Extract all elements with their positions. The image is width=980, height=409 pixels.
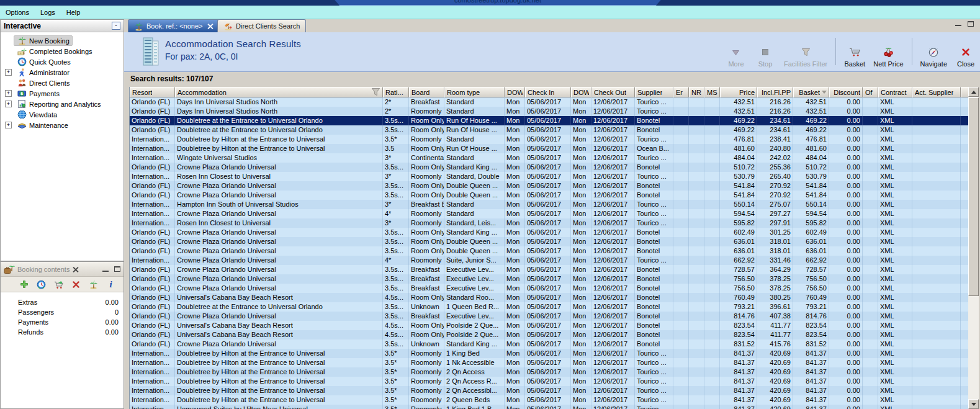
tab-direct-clients-search[interactable]: Direct Clients Search (217, 19, 306, 32)
menu-logs[interactable]: Logs (35, 7, 61, 18)
cell-dow_out: Mon (571, 265, 591, 274)
table-row[interactable]: Orlando (FL)Universal's Cabana Bay Beach… (130, 330, 969, 339)
column-header-supplier[interactable]: Supplier (635, 87, 673, 97)
table-row[interactable]: Orlando (FL)Crowne Plaza Orlando Univers… (130, 163, 969, 172)
table-row[interactable]: Orlando (FL)Crowne Plaza Orlando Univers… (130, 237, 969, 246)
table-row[interactable]: Orlando (FL)Crowne Plaza Orlando Univers… (130, 181, 969, 191)
cell-dow_in: Mon (505, 191, 525, 200)
minimize-panel-icon[interactable] (102, 267, 109, 272)
column-header-board[interactable]: Board (409, 87, 444, 97)
restore-panel-icon[interactable] (114, 266, 120, 272)
column-header-room_type[interactable]: Room type (444, 87, 505, 97)
table-row[interactable]: Orlando (FL)Doubletree at the Entrance t… (130, 302, 969, 312)
column-header-check_out[interactable]: Check Out (591, 87, 635, 97)
table-row[interactable]: Internation...Rosen Inn Closest to Unive… (130, 172, 969, 181)
table-row[interactable]: Internation...Doubletree by Hilton at th… (130, 144, 969, 153)
column-header-contract[interactable]: Contract (878, 87, 912, 97)
cell-of (863, 107, 878, 116)
column-header-incl_fl_pp[interactable]: Incl.Fl.PP (757, 87, 793, 97)
scroll-up-button[interactable] (968, 87, 979, 97)
expand-icon[interactable]: + (5, 90, 12, 97)
expand-icon[interactable]: + (5, 69, 12, 76)
column-header-act_supplier[interactable]: Act. Supplier (912, 87, 961, 97)
table-row[interactable]: Orlando (FL)Doubletree at the Entrance t… (130, 116, 969, 125)
sidebar-item-completed-bookings[interactable]: Completed Bookings (1, 46, 124, 56)
table-row[interactable]: Internation...Doubletree by Hilton at th… (130, 377, 969, 386)
collapse-panel-button[interactable]: - (112, 22, 120, 30)
add-icon[interactable] (19, 279, 29, 290)
scroll-thumb[interactable] (968, 97, 979, 296)
vertical-scrollbar[interactable] (968, 87, 979, 409)
clock-globe-icon[interactable] (36, 279, 47, 290)
nett-price-button[interactable]: Nett Price (873, 35, 903, 68)
column-header-check_in[interactable]: Check In (525, 87, 571, 97)
info-icon[interactable]: i (106, 279, 116, 290)
sidebar-item-payments[interactable]: + $ Payments (1, 88, 124, 99)
table-row[interactable]: Internation...Crowne Plaza Orlando Unive… (130, 209, 969, 218)
tab-close-icon[interactable] (208, 24, 214, 29)
table-row[interactable]: Orlando (FL)Crowne Plaza Orlando Univers… (130, 265, 969, 274)
column-header-nr[interactable]: NR (689, 87, 704, 97)
column-header-of[interactable]: Of (863, 87, 878, 97)
table-row[interactable]: Internation...Crowne Plaza Orlando Unive… (130, 256, 969, 265)
column-header-price[interactable]: Price (720, 87, 757, 97)
sidebar-item-new-booking[interactable]: New Booking (1, 35, 124, 46)
table-row[interactable]: Internation...Doubletree by Hilton at th… (130, 395, 969, 405)
svg-text:$: $ (20, 91, 23, 96)
cell-contract: XML (878, 191, 912, 200)
column-header-ms[interactable]: MS (704, 87, 720, 97)
table-row[interactable]: Internation...Doubletree by Hilton at th… (130, 367, 969, 377)
sidebar-item-quick-quotes[interactable]: Quick Quotes (1, 56, 124, 67)
table-row[interactable]: Internation...Wingate Universal Studios3… (130, 153, 969, 163)
table-row[interactable]: Orlando (FL)Doubletree at the Entrance t… (130, 125, 969, 135)
restore-view-icon[interactable] (968, 21, 974, 27)
column-header-accommodation[interactable]: Accommodation (175, 87, 383, 97)
tab-booking-ref[interactable]: Book. ref.: <none> (128, 19, 220, 32)
table-row[interactable]: Orlando (FL)Crowne Plaza Orlando Univers… (130, 228, 969, 237)
menu-help[interactable]: Help (61, 7, 86, 18)
navigate-button[interactable]: Navigate (920, 35, 947, 68)
table-row[interactable]: Orlando (FL)Crowne Plaza Orlando Univers… (130, 312, 969, 321)
table-row[interactable]: Orlando (FL)Crowne Plaza Orlando Univers… (130, 274, 969, 284)
column-header-discount[interactable]: Discount (829, 87, 863, 97)
table-row[interactable]: Internation...Hampton Inn South of Unive… (130, 200, 969, 209)
table-row[interactable]: Orlando (FL)Crowne Plaza Orlando Univers… (130, 191, 969, 200)
scroll-down-button[interactable] (968, 399, 979, 409)
sidebar-item-reporting-and-analytics[interactable]: + Reporting and Analytics (1, 99, 124, 109)
column-header-dow_out[interactable]: DOW (571, 87, 591, 97)
table-row[interactable]: Orlando (FL)Crowne Plaza Orlando Univers… (130, 246, 969, 256)
column-header-rating[interactable]: Rati... (383, 87, 409, 97)
close-button[interactable]: Close (955, 35, 976, 68)
delete-icon[interactable] (71, 279, 81, 290)
table-row[interactable]: Internation...Doubletree by Hilton at th… (130, 386, 969, 395)
table-row[interactable]: Orlando (FL)Universal's Cabana Bay Beach… (130, 293, 969, 302)
expand-icon[interactable]: + (5, 122, 12, 128)
table-row[interactable]: Orlando (FL)Universal's Cabana Bay Beach… (130, 321, 969, 330)
table-row[interactable]: Orlando (FL)Days Inn Universal Studios N… (130, 97, 969, 107)
table-row[interactable]: Internation...Rosen Inn Closest to Unive… (130, 218, 969, 228)
column-header-basket[interactable]: Basket (793, 87, 829, 97)
sidebar-item-direct-clients[interactable]: Direct Clients (1, 78, 124, 88)
sidebar-item-viewdata[interactable]: Viewdata (1, 109, 124, 120)
palm-tree-icon[interactable] (88, 279, 99, 290)
sidebar-item-maintenance[interactable]: + Maintenance (1, 120, 124, 130)
table-row[interactable]: Internation...Homewood Suites by Hilton … (130, 405, 969, 409)
close-panel-icon[interactable] (73, 266, 79, 272)
table-row[interactable]: Orlando (FL)Crowne Plaza Orlando Univers… (130, 339, 969, 349)
cell-check_out: 12/06/2017 (591, 125, 635, 135)
filter-funnel-icon[interactable] (371, 88, 380, 97)
menu-options[interactable]: Options (0, 7, 35, 18)
column-header-resort[interactable]: Resort (130, 87, 175, 97)
column-header-er[interactable]: Er (673, 87, 689, 97)
basket-button[interactable]: Basket (844, 35, 865, 68)
sidebar-item-administrator[interactable]: + Administrator (1, 67, 124, 78)
table-row[interactable]: Internation...Doubletree by Hilton at th… (130, 349, 969, 358)
table-row[interactable]: Internation...Doubletree by Hilton at th… (130, 135, 969, 144)
column-header-dow_in[interactable]: DOW (505, 87, 525, 97)
table-row[interactable]: Orlando (FL)Days Inn Universal Studios N… (130, 107, 969, 116)
expand-icon[interactable]: + (5, 101, 12, 107)
table-row[interactable]: Internation...Doubletree by Hilton at th… (130, 358, 969, 367)
table-row[interactable]: Orlando (FL)Crowne Plaza Orlando Univers… (130, 284, 969, 293)
minimize-view-icon[interactable] (955, 21, 961, 26)
cart-arrow-icon[interactable] (53, 279, 64, 290)
